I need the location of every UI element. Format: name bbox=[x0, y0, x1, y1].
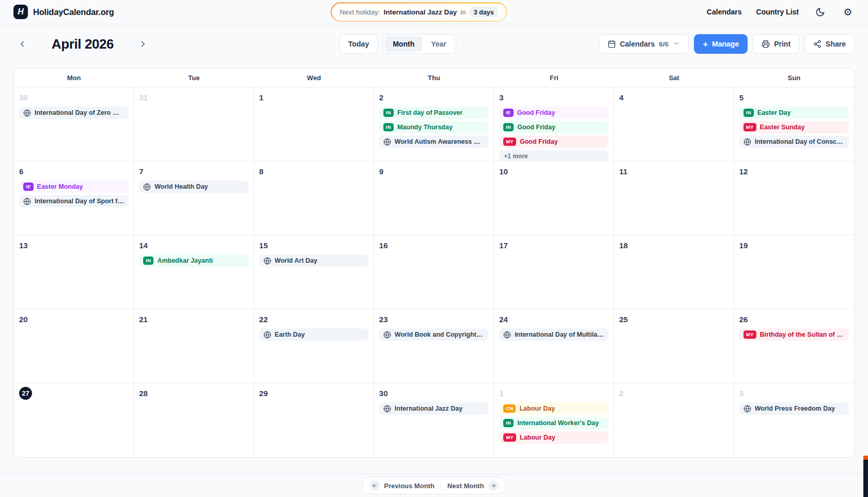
event-title: International Worker's Day bbox=[517, 419, 599, 427]
day-number: 3 bbox=[499, 93, 503, 102]
day-number: 30 bbox=[19, 93, 28, 102]
scrollbar-thumb[interactable] bbox=[863, 460, 868, 497]
day-cell[interactable]: 21 bbox=[134, 309, 254, 383]
event-pill[interactable]: International Jazz Day bbox=[379, 402, 488, 415]
app-logo[interactable]: H HolidayCalendar.org bbox=[13, 5, 114, 19]
day-cell[interactable]: 1 bbox=[254, 87, 374, 161]
event-pill[interactable]: IEEaster Monday bbox=[19, 180, 128, 193]
event-pill[interactable]: Earth Day bbox=[259, 328, 368, 341]
day-cell[interactable]: 17 bbox=[494, 235, 614, 309]
day-cell[interactable]: 25 bbox=[614, 309, 734, 383]
day-cell[interactable]: 4 bbox=[614, 87, 734, 161]
day-cell[interactable]: 2 bbox=[614, 383, 734, 457]
scrollbar-cap bbox=[863, 456, 868, 460]
event-pill[interactable]: CNLabour Day bbox=[499, 402, 608, 415]
day-cell[interactable]: 15World Art Day bbox=[254, 235, 374, 309]
day-cell[interactable]: 2INFirst day of PassoverINMaundy Thursda… bbox=[374, 87, 494, 161]
event-pill[interactable]: World Press Freedom Day bbox=[739, 402, 849, 415]
event-pill[interactable]: International Day of Conscience bbox=[739, 135, 849, 148]
prev-month-chevron-button[interactable] bbox=[13, 35, 31, 53]
day-cell[interactable]: 22Earth Day bbox=[254, 309, 374, 383]
event-title: World Health Day bbox=[154, 183, 208, 190]
next-month-button[interactable]: Next Month bbox=[443, 479, 503, 492]
event-pill[interactable]: INInternational Worker's Day bbox=[499, 417, 608, 429]
day-cell[interactable]: 26MYBirthday of the Sultan of Terengg... bbox=[734, 309, 854, 383]
manage-button-label: Manage bbox=[712, 40, 739, 48]
tab-month[interactable]: Month bbox=[385, 36, 422, 52]
day-cell[interactable]: 16 bbox=[374, 235, 494, 309]
event-title: Birthday of the Sultan of Terengg... bbox=[760, 331, 845, 338]
event-pill[interactable]: INAmbedkar Jayanti bbox=[139, 254, 248, 267]
print-button[interactable]: Print bbox=[753, 34, 799, 54]
weekday-label: Wed bbox=[254, 74, 374, 82]
event-pill[interactable]: World Book and Copyright Day bbox=[379, 328, 488, 341]
day-number: 18 bbox=[619, 241, 628, 250]
day-cell[interactable]: 18 bbox=[614, 235, 734, 309]
event-pill[interactable]: MYBirthday of the Sultan of Terengg... bbox=[739, 328, 849, 341]
nav-country-list[interactable]: Country List bbox=[756, 8, 799, 16]
day-number: 21 bbox=[139, 315, 148, 324]
day-cell[interactable]: 9 bbox=[374, 161, 494, 235]
day-cell[interactable]: 6IEEaster MondayInternational Day of Spo… bbox=[14, 161, 134, 235]
day-cell[interactable]: 11 bbox=[614, 161, 734, 235]
next-month-label: Next Month bbox=[447, 482, 484, 490]
view-cluster: Today Month Year bbox=[339, 34, 456, 54]
day-cell[interactable]: 27 bbox=[14, 383, 134, 457]
day-cell[interactable]: 28 bbox=[134, 383, 254, 457]
day-cell[interactable]: 12 bbox=[734, 161, 854, 235]
event-pill[interactable]: MYEaster Sunday bbox=[739, 121, 849, 133]
day-cell[interactable]: 5INEaster DayMYEaster SundayInternationa… bbox=[734, 87, 854, 161]
next-month-chevron-button[interactable] bbox=[134, 35, 152, 53]
day-cell[interactable]: 31 bbox=[134, 87, 254, 161]
settings-button[interactable]: ⚙ bbox=[841, 5, 855, 19]
event-pill[interactable]: INFirst day of Passover bbox=[379, 107, 488, 119]
day-number: 2 bbox=[379, 93, 383, 102]
calendars-dropdown[interactable]: Calendars 6/6 bbox=[599, 34, 689, 54]
day-cell[interactable]: 7World Health Day bbox=[134, 161, 254, 235]
event-pill[interactable]: World Autism Awareness Day bbox=[379, 135, 488, 148]
day-cell[interactable]: 19 bbox=[734, 235, 854, 309]
manage-button[interactable]: + Manage bbox=[694, 34, 748, 54]
event-pill[interactable]: World Health Day bbox=[139, 180, 248, 193]
nav-calendars[interactable]: Calendars bbox=[707, 8, 742, 16]
day-cell[interactable]: 8 bbox=[254, 161, 374, 235]
day-cell[interactable]: 30International Jazz Day bbox=[374, 383, 494, 457]
day-cell[interactable]: 23World Book and Copyright Day bbox=[374, 309, 494, 383]
day-cell[interactable]: 3World Press Freedom Day bbox=[734, 383, 854, 457]
day-cell[interactable]: 14INAmbedkar Jayanti bbox=[134, 235, 254, 309]
day-cell[interactable]: 29 bbox=[254, 383, 374, 457]
event-pill[interactable]: International Day of Zero Waste bbox=[19, 107, 128, 119]
day-number: 12 bbox=[739, 167, 748, 176]
day-cell[interactable]: 10 bbox=[494, 161, 614, 235]
event-pill[interactable]: INEaster Day bbox=[739, 107, 849, 119]
event-pill[interactable]: IEGood Friday bbox=[499, 107, 608, 119]
tab-year[interactable]: Year bbox=[423, 36, 454, 52]
previous-month-button[interactable]: Previous Month bbox=[365, 479, 439, 492]
event-pill[interactable]: MYLabour Day bbox=[499, 431, 608, 444]
day-cell[interactable]: 13 bbox=[14, 235, 134, 309]
day-cell[interactable]: 24International Day of Multilateralis... bbox=[494, 309, 614, 383]
event-title: Maundy Thursday bbox=[397, 124, 453, 131]
event-title: International Day of Zero Waste bbox=[35, 109, 124, 116]
event-pill[interactable]: World Art Day bbox=[259, 254, 368, 267]
day-cell[interactable]: 3IEGood FridayINGood FridayMYGood Friday… bbox=[494, 87, 614, 161]
share-button[interactable]: Share bbox=[804, 34, 855, 54]
day-cell[interactable]: 30International Day of Zero Waste bbox=[14, 87, 134, 161]
more-events-link[interactable]: +1 more bbox=[499, 150, 608, 161]
event-pill[interactable]: INGood Friday bbox=[499, 121, 608, 133]
event-pill[interactable]: International Day of Multilateralis... bbox=[499, 328, 608, 341]
next-holiday-banner: Next holiday: International Jazz Day in … bbox=[331, 3, 507, 22]
day-number: 20 bbox=[19, 315, 28, 324]
event-pill[interactable]: MYGood Friday bbox=[499, 135, 608, 148]
chevron-right-icon bbox=[138, 39, 148, 49]
event-pill[interactable]: International Day of Sport for Dev... bbox=[19, 195, 128, 207]
day-number: 8 bbox=[259, 167, 264, 176]
globe-icon bbox=[23, 198, 31, 205]
globe-icon bbox=[264, 257, 271, 265]
day-number: 4 bbox=[619, 93, 623, 102]
today-button[interactable]: Today bbox=[339, 34, 378, 54]
dark-mode-toggle[interactable] bbox=[813, 5, 827, 19]
day-cell[interactable]: 20 bbox=[14, 309, 134, 383]
day-cell[interactable]: 1CNLabour DayINInternational Worker's Da… bbox=[494, 383, 614, 457]
event-pill[interactable]: INMaundy Thursday bbox=[379, 121, 488, 133]
